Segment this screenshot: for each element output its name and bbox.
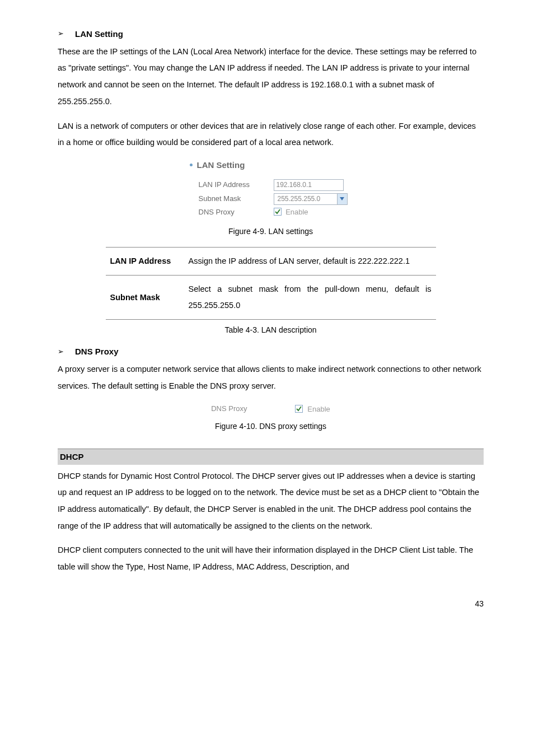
bullet-triangle-icon: ➢ — [58, 29, 64, 39]
paragraph-dhcp-1: DHCP stands for Dynamic Host Control Pro… — [58, 468, 484, 535]
dns-proxy-panel: DNS Proxy Enable — [211, 403, 330, 415]
paragraph-dns: A proxy server is a computer network ser… — [58, 361, 484, 394]
label-enable-2: Enable — [307, 404, 330, 413]
label-dns-proxy-2: DNS Proxy — [211, 404, 295, 414]
cell-subnet-desc: Select a subnet mask from the pull-down … — [184, 276, 436, 320]
caption-fig-4-10: Figure 4-10. DNS proxy settings — [58, 421, 484, 432]
heading-dns-proxy: DNS Proxy — [75, 346, 119, 358]
table-row: Subnet Mask Select a subnet mask from th… — [106, 276, 436, 320]
input-lan-ip[interactable] — [274, 179, 344, 191]
cell-lan-ip-desc: Assign the IP address of LAN server, def… — [184, 248, 436, 276]
caption-tbl-4-3: Table 4-3. LAN description — [58, 324, 484, 335]
table-row: LAN IP Address Assign the IP address of … — [106, 248, 436, 276]
heading-dhcp: DHCP — [58, 449, 484, 465]
checkbox-dns-enable[interactable] — [274, 208, 282, 216]
heading-lan-setting: LAN Setting — [75, 28, 123, 40]
cell-subnet-label: Subnet Mask — [106, 276, 184, 320]
page-number: 43 — [58, 598, 484, 609]
label-lan-ip: LAN IP Address — [190, 180, 274, 190]
select-subnet-mask[interactable]: 255.255.255.0 — [274, 193, 348, 205]
label-enable: Enable — [285, 208, 308, 216]
cell-lan-ip-label: LAN IP Address — [106, 248, 184, 276]
bullet-dot-icon — [190, 164, 193, 166]
label-dns-proxy: DNS Proxy — [190, 207, 274, 218]
label-subnet-mask: Subnet Mask — [190, 194, 274, 204]
table-lan-description: LAN IP Address Assign the IP address of … — [106, 247, 436, 320]
lan-setting-panel: LAN Setting LAN IP Address Subnet Mask 2… — [190, 159, 352, 220]
paragraph-lan-def: LAN is a network of computers or other d… — [58, 118, 484, 151]
caption-fig-4-9: Figure 4-9. LAN settings — [58, 226, 484, 237]
bullet-triangle-icon: ➢ — [58, 347, 64, 357]
chevron-down-icon — [337, 194, 347, 204]
select-subnet-value: 255.255.255.0 — [274, 194, 337, 204]
paragraph-lan-intro: These are the IP settings of the LAN (Lo… — [58, 44, 484, 110]
checkbox-dns-enable-2[interactable] — [295, 405, 303, 413]
paragraph-dhcp-2: DHCP client computers connected to the u… — [58, 542, 484, 575]
panel-title-lan: LAN Setting — [197, 159, 245, 171]
